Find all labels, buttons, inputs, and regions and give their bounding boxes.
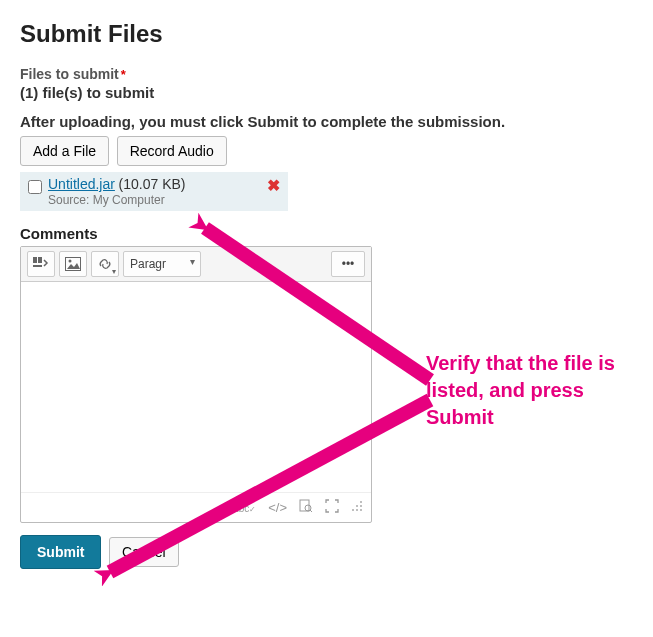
- file-size: (10.07 KB): [119, 176, 186, 192]
- file-source: Source: My Computer: [48, 193, 261, 207]
- svg-point-4: [69, 260, 72, 263]
- record-audio-button[interactable]: Record Audio: [117, 136, 227, 166]
- files-label-row: Files to submit*: [20, 66, 633, 82]
- svg-point-9: [356, 505, 358, 507]
- comments-label: Comments: [20, 225, 633, 242]
- add-file-button[interactable]: Add a File: [20, 136, 109, 166]
- cancel-button[interactable]: Cancel: [109, 537, 179, 567]
- format-dropdown[interactable]: Paragr: [123, 251, 201, 277]
- page-title: Submit Files: [20, 20, 633, 48]
- source-code-icon[interactable]: </>: [268, 500, 287, 515]
- image-icon[interactable]: [59, 251, 87, 277]
- spellcheck-icon[interactable]: abc✓: [233, 500, 256, 515]
- uploaded-file-item: Untitled.jar (10.07 KB) Source: My Compu…: [20, 172, 288, 211]
- required-marker: *: [121, 67, 126, 82]
- fullscreen-icon[interactable]: [325, 499, 339, 516]
- more-tools-button[interactable]: •••: [331, 251, 365, 277]
- file-checkbox[interactable]: [28, 180, 42, 194]
- insert-stuff-icon[interactable]: [27, 251, 55, 277]
- svg-point-13: [360, 509, 362, 511]
- link-icon[interactable]: ▾: [91, 251, 119, 277]
- action-row: Submit Cancel: [20, 535, 633, 569]
- file-link[interactable]: Untitled.jar: [48, 176, 115, 192]
- svg-point-12: [356, 509, 358, 511]
- svg-point-10: [360, 505, 362, 507]
- svg-point-8: [360, 501, 362, 503]
- annotation-text: Verify that the file is listed, and pres…: [426, 350, 631, 431]
- svg-rect-2: [33, 265, 42, 267]
- editor-footer: abc✓ </>: [21, 492, 371, 522]
- submit-button[interactable]: Submit: [20, 535, 101, 569]
- svg-line-7: [310, 510, 312, 512]
- resize-handle-icon[interactable]: [351, 500, 363, 515]
- upload-button-row: Add a File Record Audio: [20, 136, 633, 166]
- upload-instruction: After uploading, you must click Submit t…: [20, 113, 633, 130]
- remove-file-icon[interactable]: ✖: [267, 178, 280, 194]
- file-info: Untitled.jar (10.07 KB) Source: My Compu…: [48, 176, 261, 207]
- preview-icon[interactable]: [299, 499, 313, 516]
- svg-rect-1: [38, 257, 42, 263]
- comments-editor: ▾ Paragr ••• abc✓ </>: [20, 246, 372, 523]
- editor-textarea[interactable]: [21, 282, 371, 492]
- editor-toolbar: ▾ Paragr •••: [21, 247, 371, 282]
- files-label: Files to submit: [20, 66, 119, 82]
- svg-rect-0: [33, 257, 37, 263]
- svg-point-11: [352, 509, 354, 511]
- files-count: (1) file(s) to submit: [20, 84, 633, 101]
